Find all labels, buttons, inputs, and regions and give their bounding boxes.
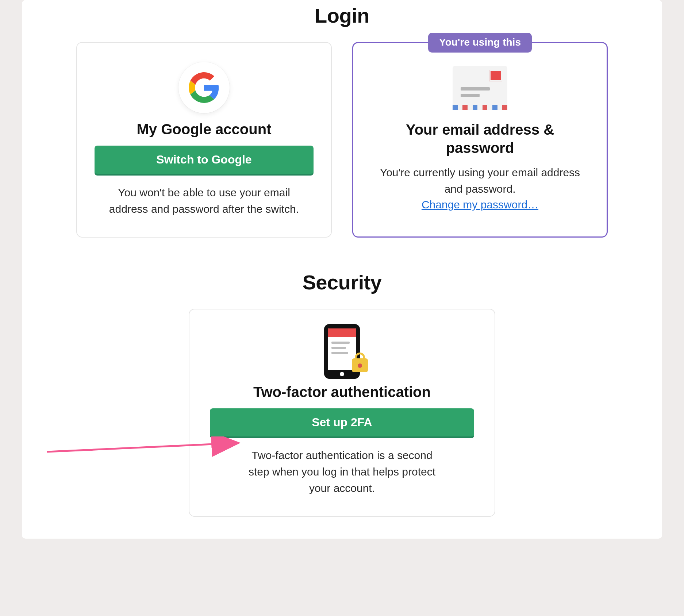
svg-line-1	[47, 443, 237, 452]
setup-2fa-button[interactable]: Set up 2FA	[210, 408, 474, 438]
login-google-note: You won't be able to use your email addr…	[102, 184, 306, 217]
security-section: Security	[47, 267, 637, 517]
login-email-note: You're currently using your email addres…	[378, 164, 582, 197]
security-heading: Security	[47, 267, 637, 309]
login-email-title: Your email address & password	[370, 120, 590, 157]
callout-arrow-icon	[47, 436, 244, 458]
login-cards-row: My Google account Switch to Google You w…	[47, 42, 637, 238]
phone-lock-icon	[318, 324, 366, 379]
google-g-logo-icon	[178, 62, 230, 113]
content-panel: Login My Google account	[22, 0, 662, 539]
login-email-card: You're using this Your email address & p…	[352, 42, 608, 238]
twofa-note: Two-factor authentication is a second st…	[240, 447, 444, 496]
login-google-card: My Google account Switch to Google You w…	[76, 42, 332, 238]
login-heading: Login	[47, 0, 637, 42]
twofa-card: Two-factor authentication Set up 2FA Two…	[189, 309, 495, 517]
mail-icon	[453, 66, 507, 110]
page-root: Login My Google account	[0, 0, 684, 553]
login-google-title: My Google account	[94, 120, 314, 138]
twofa-title: Two-factor authentication	[210, 384, 474, 400]
change-password-link[interactable]: Change my password…	[422, 199, 538, 211]
active-badge: You're using this	[428, 33, 532, 53]
google-logo-holder	[94, 60, 314, 115]
mail-icon-holder	[370, 61, 590, 115]
switch-to-google-button[interactable]: Switch to Google	[95, 146, 314, 176]
twofa-icon-holder	[210, 324, 474, 379]
